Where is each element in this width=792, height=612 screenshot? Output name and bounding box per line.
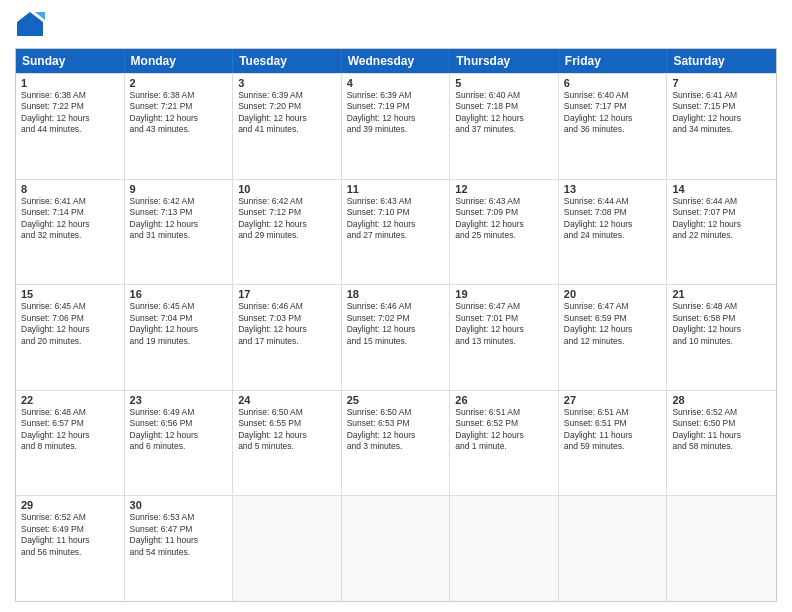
- cell-line: and 25 minutes.: [455, 230, 553, 241]
- cell-line: and 54 minutes.: [130, 547, 228, 558]
- cell-line: Sunset: 7:17 PM: [564, 101, 662, 112]
- page: SundayMondayTuesdayWednesdayThursdayFrid…: [0, 0, 792, 612]
- cell-line: and 5 minutes.: [238, 441, 336, 452]
- calendar-cell: 17Sunrise: 6:46 AMSunset: 7:03 PMDayligh…: [233, 285, 342, 390]
- cell-line: Daylight: 12 hours: [564, 219, 662, 230]
- cell-line: and 20 minutes.: [21, 336, 119, 347]
- cell-line: Sunset: 7:02 PM: [347, 313, 445, 324]
- calendar: SundayMondayTuesdayWednesdayThursdayFrid…: [15, 48, 777, 602]
- calendar-cell: 13Sunrise: 6:44 AMSunset: 7:08 PMDayligh…: [559, 180, 668, 285]
- cell-line: Sunset: 7:09 PM: [455, 207, 553, 218]
- cell-line: Sunset: 7:10 PM: [347, 207, 445, 218]
- cell-line: Daylight: 12 hours: [455, 430, 553, 441]
- cell-line: Daylight: 11 hours: [21, 535, 119, 546]
- cell-line: Sunrise: 6:41 AM: [21, 196, 119, 207]
- calendar-cell: 23Sunrise: 6:49 AMSunset: 6:56 PMDayligh…: [125, 391, 234, 496]
- cell-line: and 34 minutes.: [672, 124, 771, 135]
- day-number: 20: [564, 288, 662, 300]
- calendar-row: 15Sunrise: 6:45 AMSunset: 7:06 PMDayligh…: [16, 284, 776, 390]
- day-number: 25: [347, 394, 445, 406]
- cell-line: and 36 minutes.: [564, 124, 662, 135]
- day-number: 29: [21, 499, 119, 511]
- calendar-cell: [342, 496, 451, 601]
- cell-line: and 12 minutes.: [564, 336, 662, 347]
- calendar-cell: 9Sunrise: 6:42 AMSunset: 7:13 PMDaylight…: [125, 180, 234, 285]
- cell-line: Sunrise: 6:50 AM: [238, 407, 336, 418]
- header: [15, 10, 777, 40]
- cell-line: and 39 minutes.: [347, 124, 445, 135]
- cell-line: Sunset: 7:20 PM: [238, 101, 336, 112]
- calendar-cell: [450, 496, 559, 601]
- cell-line: and 24 minutes.: [564, 230, 662, 241]
- calendar-cell: 5Sunrise: 6:40 AMSunset: 7:18 PMDaylight…: [450, 74, 559, 179]
- calendar-cell: 18Sunrise: 6:46 AMSunset: 7:02 PMDayligh…: [342, 285, 451, 390]
- day-number: 4: [347, 77, 445, 89]
- cell-line: Sunset: 7:22 PM: [21, 101, 119, 112]
- cell-line: Sunrise: 6:40 AM: [564, 90, 662, 101]
- cell-line: Sunrise: 6:50 AM: [347, 407, 445, 418]
- day-number: 18: [347, 288, 445, 300]
- day-number: 5: [455, 77, 553, 89]
- cell-line: Sunrise: 6:39 AM: [347, 90, 445, 101]
- calendar-cell: 15Sunrise: 6:45 AMSunset: 7:06 PMDayligh…: [16, 285, 125, 390]
- cell-line: Daylight: 11 hours: [672, 430, 771, 441]
- svg-marker-0: [17, 12, 43, 36]
- day-number: 24: [238, 394, 336, 406]
- cell-line: Sunrise: 6:46 AM: [238, 301, 336, 312]
- header-day: Wednesday: [342, 49, 451, 73]
- cell-line: Daylight: 12 hours: [347, 430, 445, 441]
- day-number: 27: [564, 394, 662, 406]
- day-number: 2: [130, 77, 228, 89]
- cell-line: Daylight: 12 hours: [21, 430, 119, 441]
- cell-line: Sunrise: 6:45 AM: [21, 301, 119, 312]
- cell-line: Sunrise: 6:41 AM: [672, 90, 771, 101]
- calendar-cell: 1Sunrise: 6:38 AMSunset: 7:22 PMDaylight…: [16, 74, 125, 179]
- day-number: 17: [238, 288, 336, 300]
- cell-line: and 22 minutes.: [672, 230, 771, 241]
- cell-line: Sunrise: 6:48 AM: [672, 301, 771, 312]
- cell-line: Sunrise: 6:52 AM: [672, 407, 771, 418]
- header-day: Tuesday: [233, 49, 342, 73]
- cell-line: and 27 minutes.: [347, 230, 445, 241]
- cell-line: and 44 minutes.: [21, 124, 119, 135]
- calendar-cell: 16Sunrise: 6:45 AMSunset: 7:04 PMDayligh…: [125, 285, 234, 390]
- day-number: 21: [672, 288, 771, 300]
- cell-line: Daylight: 12 hours: [564, 324, 662, 335]
- cell-line: and 6 minutes.: [130, 441, 228, 452]
- calendar-cell: 7Sunrise: 6:41 AMSunset: 7:15 PMDaylight…: [667, 74, 776, 179]
- cell-line: and 56 minutes.: [21, 547, 119, 558]
- calendar-cell: 28Sunrise: 6:52 AMSunset: 6:50 PMDayligh…: [667, 391, 776, 496]
- calendar-cell: 24Sunrise: 6:50 AMSunset: 6:55 PMDayligh…: [233, 391, 342, 496]
- cell-line: Sunset: 6:52 PM: [455, 418, 553, 429]
- cell-line: Sunset: 7:04 PM: [130, 313, 228, 324]
- cell-line: Daylight: 12 hours: [21, 219, 119, 230]
- cell-line: Sunrise: 6:51 AM: [455, 407, 553, 418]
- logo: [15, 10, 49, 40]
- calendar-cell: 29Sunrise: 6:52 AMSunset: 6:49 PMDayligh…: [16, 496, 125, 601]
- cell-line: and 37 minutes.: [455, 124, 553, 135]
- calendar-cell: 26Sunrise: 6:51 AMSunset: 6:52 PMDayligh…: [450, 391, 559, 496]
- cell-line: and 19 minutes.: [130, 336, 228, 347]
- cell-line: and 8 minutes.: [21, 441, 119, 452]
- cell-line: Sunrise: 6:44 AM: [672, 196, 771, 207]
- cell-line: Sunset: 6:47 PM: [130, 524, 228, 535]
- day-number: 22: [21, 394, 119, 406]
- cell-line: Sunset: 7:14 PM: [21, 207, 119, 218]
- cell-line: Sunset: 7:21 PM: [130, 101, 228, 112]
- cell-line: and 29 minutes.: [238, 230, 336, 241]
- calendar-cell: 4Sunrise: 6:39 AMSunset: 7:19 PMDaylight…: [342, 74, 451, 179]
- cell-line: Sunset: 6:56 PM: [130, 418, 228, 429]
- cell-line: Sunrise: 6:49 AM: [130, 407, 228, 418]
- header-day: Monday: [125, 49, 234, 73]
- calendar-cell: 3Sunrise: 6:39 AMSunset: 7:20 PMDaylight…: [233, 74, 342, 179]
- calendar-cell: 2Sunrise: 6:38 AMSunset: 7:21 PMDaylight…: [125, 74, 234, 179]
- cell-line: Sunrise: 6:42 AM: [130, 196, 228, 207]
- cell-line: Daylight: 11 hours: [564, 430, 662, 441]
- cell-line: Sunset: 7:08 PM: [564, 207, 662, 218]
- cell-line: and 13 minutes.: [455, 336, 553, 347]
- day-number: 3: [238, 77, 336, 89]
- cell-line: Daylight: 12 hours: [238, 113, 336, 124]
- day-number: 13: [564, 183, 662, 195]
- calendar-row: 22Sunrise: 6:48 AMSunset: 6:57 PMDayligh…: [16, 390, 776, 496]
- cell-line: Daylight: 12 hours: [130, 430, 228, 441]
